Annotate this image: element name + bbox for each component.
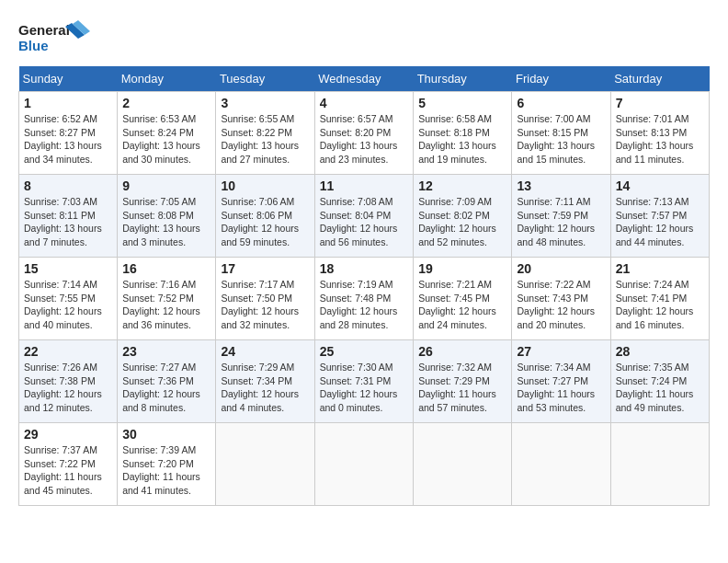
day-number: 19	[418, 261, 506, 276]
calendar-day-cell: 6Sunrise: 7:00 AM Sunset: 8:15 PM Daylig…	[512, 92, 610, 175]
day-info: Sunrise: 7:03 AM Sunset: 8:11 PM Dayligh…	[24, 195, 112, 249]
day-info: Sunrise: 7:00 AM Sunset: 8:15 PM Dayligh…	[517, 112, 605, 167]
day-number: 17	[221, 261, 309, 276]
svg-text:Blue: Blue	[18, 38, 49, 53]
calendar-day-cell	[216, 423, 314, 506]
day-info: Sunrise: 7:22 AM Sunset: 7:43 PM Dayligh…	[517, 278, 605, 332]
calendar-day-cell	[414, 423, 512, 506]
day-number: 5	[418, 96, 506, 110]
calendar-day-cell: 19Sunrise: 7:21 AM Sunset: 7:45 PM Dayli…	[414, 258, 512, 340]
calendar-day-cell: 26Sunrise: 7:32 AM Sunset: 7:29 PM Dayli…	[414, 340, 512, 423]
day-number: 25	[320, 344, 409, 359]
day-number: 20	[517, 261, 605, 276]
day-number: 27	[517, 344, 605, 359]
calendar-day-cell: 3Sunrise: 6:55 AM Sunset: 8:22 PM Daylig…	[216, 92, 314, 175]
day-info: Sunrise: 7:27 AM Sunset: 7:36 PM Dayligh…	[122, 361, 210, 415]
weekday-header: Friday	[512, 66, 610, 92]
calendar-day-cell: 2Sunrise: 6:53 AM Sunset: 8:24 PM Daylig…	[118, 92, 216, 175]
calendar-day-cell: 15Sunrise: 7:14 AM Sunset: 7:55 PM Dayli…	[19, 258, 118, 340]
day-info: Sunrise: 7:39 AM Sunset: 7:20 PM Dayligh…	[122, 443, 210, 498]
day-info: Sunrise: 7:35 AM Sunset: 7:24 PM Dayligh…	[616, 361, 704, 415]
day-info: Sunrise: 7:08 AM Sunset: 8:04 PM Dayligh…	[320, 195, 409, 249]
calendar-day-cell: 13Sunrise: 7:11 AM Sunset: 7:59 PM Dayli…	[512, 175, 610, 258]
day-info: Sunrise: 7:34 AM Sunset: 7:27 PM Dayligh…	[517, 361, 605, 415]
day-number: 22	[24, 344, 112, 359]
day-number: 29	[24, 427, 112, 442]
calendar-week-row: 29Sunrise: 7:37 AM Sunset: 7:22 PM Dayli…	[19, 423, 710, 506]
calendar-day-cell: 27Sunrise: 7:34 AM Sunset: 7:27 PM Dayli…	[512, 340, 610, 423]
calendar-day-cell: 4Sunrise: 6:57 AM Sunset: 8:20 PM Daylig…	[314, 92, 414, 175]
calendar-day-cell: 28Sunrise: 7:35 AM Sunset: 7:24 PM Dayli…	[610, 340, 709, 423]
day-number: 4	[320, 96, 409, 110]
calendar-day-cell: 8Sunrise: 7:03 AM Sunset: 8:11 PM Daylig…	[19, 175, 118, 258]
day-info: Sunrise: 7:01 AM Sunset: 8:13 PM Dayligh…	[616, 112, 704, 167]
day-number: 28	[616, 344, 704, 359]
weekday-header: Monday	[118, 66, 216, 92]
day-number: 21	[616, 261, 704, 276]
day-number: 10	[221, 178, 309, 193]
day-number: 23	[122, 344, 210, 359]
calendar-day-cell: 30Sunrise: 7:39 AM Sunset: 7:20 PM Dayli…	[118, 423, 216, 506]
day-number: 6	[517, 96, 605, 110]
calendar-day-cell	[314, 423, 414, 506]
day-number: 11	[320, 178, 409, 193]
calendar-day-cell: 25Sunrise: 7:30 AM Sunset: 7:31 PM Dayli…	[314, 340, 414, 423]
day-info: Sunrise: 7:13 AM Sunset: 7:57 PM Dayligh…	[616, 195, 704, 249]
day-info: Sunrise: 7:16 AM Sunset: 7:52 PM Dayligh…	[122, 278, 210, 332]
day-info: Sunrise: 6:57 AM Sunset: 8:20 PM Dayligh…	[320, 112, 409, 167]
calendar-day-cell: 20Sunrise: 7:22 AM Sunset: 7:43 PM Dayli…	[512, 258, 610, 340]
day-info: Sunrise: 7:11 AM Sunset: 7:59 PM Dayligh…	[517, 195, 605, 249]
day-number: 18	[320, 261, 409, 276]
weekday-header: Sunday	[19, 66, 118, 92]
day-number: 7	[616, 96, 704, 110]
day-number: 30	[122, 427, 210, 442]
day-info: Sunrise: 7:30 AM Sunset: 7:31 PM Dayligh…	[320, 361, 409, 415]
day-info: Sunrise: 7:37 AM Sunset: 7:22 PM Dayligh…	[24, 443, 112, 498]
calendar-week-row: 1Sunrise: 6:52 AM Sunset: 8:27 PM Daylig…	[19, 92, 710, 175]
day-number: 9	[122, 178, 210, 193]
day-info: Sunrise: 7:06 AM Sunset: 8:06 PM Dayligh…	[221, 195, 309, 249]
calendar-day-cell: 23Sunrise: 7:27 AM Sunset: 7:36 PM Dayli…	[118, 340, 216, 423]
calendar-day-cell: 1Sunrise: 6:52 AM Sunset: 8:27 PM Daylig…	[19, 92, 118, 175]
day-number: 26	[418, 344, 506, 359]
calendar-day-cell: 7Sunrise: 7:01 AM Sunset: 8:13 PM Daylig…	[610, 92, 709, 175]
day-number: 2	[122, 96, 210, 110]
day-info: Sunrise: 6:58 AM Sunset: 8:18 PM Dayligh…	[418, 112, 506, 167]
day-number: 1	[24, 96, 112, 110]
day-info: Sunrise: 7:29 AM Sunset: 7:34 PM Dayligh…	[221, 361, 309, 415]
calendar-day-cell: 9Sunrise: 7:05 AM Sunset: 8:08 PM Daylig…	[118, 175, 216, 258]
calendar-day-cell	[610, 423, 709, 506]
day-number: 8	[24, 178, 112, 193]
calendar-week-row: 22Sunrise: 7:26 AM Sunset: 7:38 PM Dayli…	[19, 340, 710, 423]
calendar-day-cell: 11Sunrise: 7:08 AM Sunset: 8:04 PM Dayli…	[314, 175, 414, 258]
calendar-day-cell: 18Sunrise: 7:19 AM Sunset: 7:48 PM Dayli…	[314, 258, 414, 340]
day-number: 16	[122, 261, 210, 276]
day-info: Sunrise: 7:14 AM Sunset: 7:55 PM Dayligh…	[24, 278, 112, 332]
calendar-day-cell: 29Sunrise: 7:37 AM Sunset: 7:22 PM Dayli…	[19, 423, 118, 506]
calendar-day-cell: 16Sunrise: 7:16 AM Sunset: 7:52 PM Dayli…	[118, 258, 216, 340]
weekday-header: Wednesday	[314, 66, 414, 92]
day-number: 14	[616, 178, 704, 193]
logo: GeneralBlue	[18, 18, 92, 57]
calendar-day-cell: 12Sunrise: 7:09 AM Sunset: 8:02 PM Dayli…	[414, 175, 512, 258]
header: GeneralBlue	[18, 18, 710, 57]
weekday-header: Tuesday	[216, 66, 314, 92]
day-number: 12	[418, 178, 506, 193]
calendar-day-cell: 14Sunrise: 7:13 AM Sunset: 7:57 PM Dayli…	[610, 175, 709, 258]
calendar-day-cell: 24Sunrise: 7:29 AM Sunset: 7:34 PM Dayli…	[216, 340, 314, 423]
day-info: Sunrise: 7:32 AM Sunset: 7:29 PM Dayligh…	[418, 361, 506, 415]
day-info: Sunrise: 7:24 AM Sunset: 7:41 PM Dayligh…	[616, 278, 704, 332]
day-number: 24	[221, 344, 309, 359]
calendar-day-cell: 5Sunrise: 6:58 AM Sunset: 8:18 PM Daylig…	[414, 92, 512, 175]
header-row: SundayMondayTuesdayWednesdayThursdayFrid…	[19, 66, 710, 92]
calendar-week-row: 8Sunrise: 7:03 AM Sunset: 8:11 PM Daylig…	[19, 175, 710, 258]
calendar-table: SundayMondayTuesdayWednesdayThursdayFrid…	[18, 66, 710, 506]
day-info: Sunrise: 7:05 AM Sunset: 8:08 PM Dayligh…	[122, 195, 210, 249]
day-info: Sunrise: 7:21 AM Sunset: 7:45 PM Dayligh…	[418, 278, 506, 332]
calendar-day-cell: 17Sunrise: 7:17 AM Sunset: 7:50 PM Dayli…	[216, 258, 314, 340]
weekday-header: Thursday	[414, 66, 512, 92]
day-number: 13	[517, 178, 605, 193]
day-number: 3	[221, 96, 309, 110]
calendar-day-cell	[512, 423, 610, 506]
day-info: Sunrise: 6:53 AM Sunset: 8:24 PM Dayligh…	[122, 112, 210, 167]
